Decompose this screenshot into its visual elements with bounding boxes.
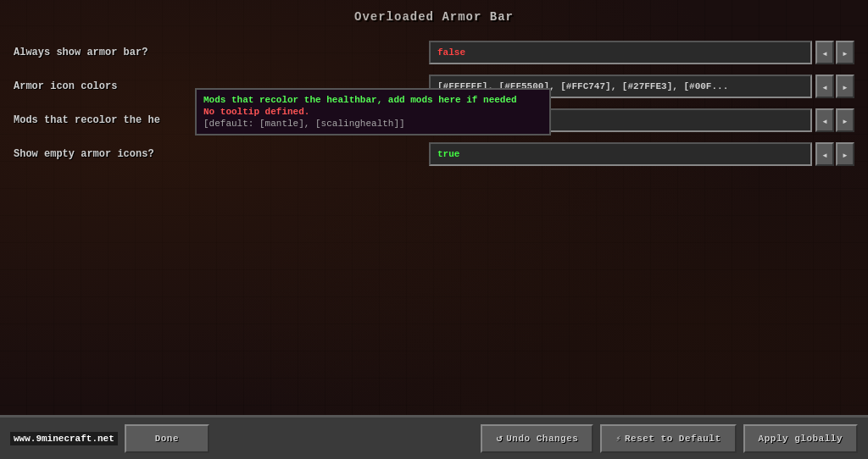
setting-row-always-show: Always show armor bar? false [14, 37, 854, 68]
setting-right-btn-show-empty[interactable] [836, 142, 854, 166]
right-arrow-icon [842, 150, 849, 159]
setting-buttons-recolor-mods [815, 108, 854, 132]
undo-button[interactable]: Undo Changes [481, 424, 593, 453]
setting-left-btn-armor-colors[interactable] [815, 75, 834, 98]
tooltip-line-1: Mods that recolor the healthbar, add mod… [203, 95, 542, 105]
setting-left-btn-always-show[interactable] [815, 41, 834, 64]
right-arrow-icon [842, 116, 849, 125]
left-arrow-icon [821, 150, 828, 159]
setting-label-always-show: Always show armor bar? [14, 47, 429, 58]
setting-buttons-armor-colors [815, 75, 854, 98]
setting-value-show-empty[interactable]: true [429, 142, 812, 166]
page-title: Overloaded Armor Bar [0, 0, 868, 30]
right-arrow-icon [842, 48, 849, 58]
right-arrow-icon [842, 82, 849, 91]
setting-left-btn-recolor-mods[interactable] [815, 108, 834, 132]
done-button[interactable]: Done [125, 424, 209, 453]
setting-value-text-show-empty: true [437, 149, 804, 159]
settings-container: Always show armor bar? false Armor icon … [0, 30, 868, 180]
setting-buttons-always-show [815, 41, 854, 64]
apply-globally-button[interactable]: Apply globally [743, 424, 858, 453]
undo-icon [496, 434, 506, 444]
watermark: www.9minecraft.net [10, 432, 118, 445]
setting-value-text-always-show: false [437, 47, 804, 58]
reset-button[interactable]: Reset to Default [600, 424, 736, 453]
setting-right-btn-recolor-mods[interactable] [836, 108, 854, 132]
setting-value-always-show[interactable]: false [429, 41, 812, 64]
tooltip-line-2: No tooltip defined. [203, 107, 542, 117]
setting-label-show-empty: Show empty armor icons? [14, 148, 429, 160]
tooltip-popup: Mods that recolor the healthbar, add mod… [195, 88, 551, 135]
setting-right-btn-armor-colors[interactable] [836, 75, 854, 98]
setting-right-btn-always-show[interactable] [836, 41, 854, 64]
bottom-bar: www.9minecraft.net Done Undo Changes Res… [0, 415, 868, 459]
setting-row-show-empty: Show empty armor icons? true [14, 139, 854, 169]
setting-buttons-show-empty [815, 142, 854, 166]
left-arrow-icon [821, 48, 828, 58]
left-arrow-icon [821, 82, 828, 91]
setting-left-btn-show-empty[interactable] [815, 142, 834, 166]
tooltip-line-3: [default: [mantle], [scalinghealth]] [203, 119, 542, 129]
reset-icon [615, 434, 625, 444]
left-arrow-icon [821, 116, 828, 125]
